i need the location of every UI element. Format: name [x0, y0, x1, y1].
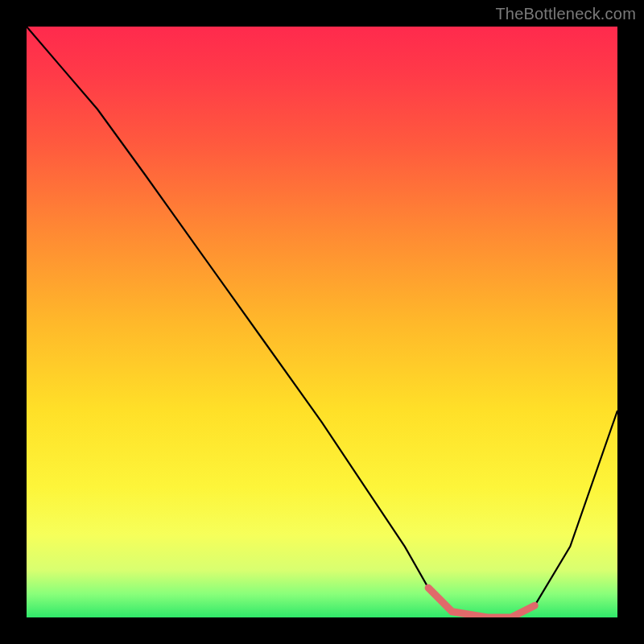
bottleneck-curve: [27, 27, 617, 617]
watermark-text: TheBottleneck.com: [495, 5, 636, 23]
optimal-zone-highlight: [428, 588, 535, 617]
chart-plot-area: [27, 27, 617, 617]
chart-svg: [27, 27, 617, 617]
chart-frame: TheBottleneck.com: [0, 0, 644, 644]
